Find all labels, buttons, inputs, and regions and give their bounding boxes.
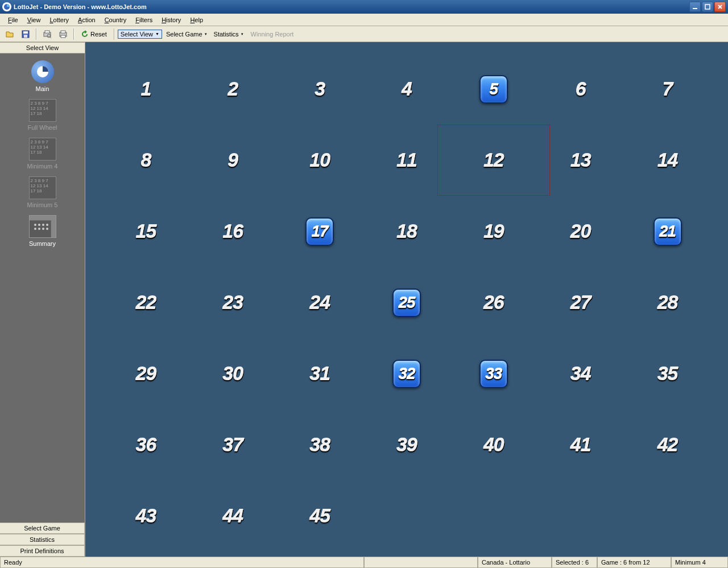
number-cell-21[interactable]: 21 <box>624 196 711 267</box>
save-button[interactable] <box>18 28 33 40</box>
number-label: 36 <box>136 434 156 456</box>
number-cell-40[interactable]: 40 <box>450 409 537 480</box>
sidebar-item-minimum_5[interactable]: 2 3 8 9 7 12 13 14 17 18Minimum 5 <box>0 174 85 211</box>
number-cell-13[interactable]: 13 <box>537 125 624 196</box>
select-game-dropdown[interactable]: Select Game▾ <box>163 30 210 39</box>
number-label: 11 <box>396 149 417 171</box>
menu-help[interactable]: Help <box>185 15 208 24</box>
print-button[interactable] <box>56 28 71 40</box>
number-cell-25[interactable]: 25 <box>363 267 450 338</box>
number-cell-29[interactable]: 29 <box>102 338 189 409</box>
status-game: Game : 6 from 12 <box>597 557 671 568</box>
number-cell-7[interactable]: 7 <box>624 53 711 125</box>
selected-number-box: 21 <box>653 217 682 246</box>
number-cell-44[interactable]: 44 <box>189 480 276 551</box>
number-label: 27 <box>570 291 591 314</box>
statistics-dropdown[interactable]: Statistics▾ <box>211 30 246 39</box>
sidebar-tab-print-definitions[interactable]: Print Definitions <box>0 545 85 557</box>
number-label: 33 <box>485 365 502 383</box>
number-label: 23 <box>222 291 243 314</box>
number-cell-28[interactable]: 28 <box>624 267 711 338</box>
number-cell-27[interactable]: 27 <box>537 267 624 338</box>
sidebar-tab-select-game[interactable]: Select Game <box>0 522 85 534</box>
number-cell-4[interactable]: 4 <box>363 53 450 125</box>
number-cell-42[interactable]: 42 <box>624 409 711 480</box>
number-label: 17 <box>312 223 328 241</box>
number-label: 4 <box>402 78 412 100</box>
number-cell-16[interactable]: 16 <box>189 196 276 267</box>
open-button[interactable] <box>2 28 17 40</box>
number-cell-3[interactable]: 3 <box>276 53 363 125</box>
number-cell-1[interactable]: 1 <box>102 53 189 125</box>
number-cell-24[interactable]: 24 <box>276 267 363 338</box>
selected-number-box: 32 <box>392 360 421 388</box>
number-cell-32[interactable]: 32 <box>363 338 450 409</box>
number-label: 19 <box>483 220 504 242</box>
number-label: 7 <box>663 78 673 100</box>
number-cell-22[interactable]: 22 <box>102 267 189 338</box>
number-cell-34[interactable]: 34 <box>537 338 624 409</box>
sidebar-item-summary[interactable]: Summary <box>0 213 85 249</box>
menu-filters[interactable]: Filters <box>131 15 157 24</box>
number-label: 8 <box>140 149 151 171</box>
summary-icon <box>29 215 56 238</box>
sidebar-item-label: Minimum 5 <box>27 201 58 208</box>
number-cell-6[interactable]: 6 <box>537 53 624 125</box>
svg-rect-11 <box>61 35 65 38</box>
sidebar-item-label: Full Wheel <box>28 124 57 131</box>
number-cell-43[interactable]: 43 <box>102 480 189 551</box>
number-cell-15[interactable]: 15 <box>102 196 189 267</box>
close-button[interactable] <box>714 2 726 12</box>
sidebar-tab-statistics[interactable]: Statistics <box>0 534 85 545</box>
number-cell-26[interactable]: 26 <box>450 267 537 338</box>
number-cell-41[interactable]: 41 <box>537 409 624 480</box>
number-cell-11[interactable]: 11 <box>363 125 450 196</box>
number-cell-20[interactable]: 20 <box>537 196 624 267</box>
number-cell-5[interactable]: 5 <box>450 53 537 125</box>
number-cell-23[interactable]: 23 <box>189 267 276 338</box>
selected-number-box: 33 <box>479 360 508 388</box>
number-cell-18[interactable]: 18 <box>363 196 450 267</box>
number-cell-12[interactable]: 12 <box>450 125 537 196</box>
number-label: 31 <box>309 363 330 385</box>
maximize-button[interactable] <box>702 2 713 12</box>
number-cell-14[interactable]: 14 <box>624 125 711 196</box>
minimize-button[interactable] <box>689 2 701 12</box>
number-cell-2[interactable]: 2 <box>189 53 276 125</box>
menu-file[interactable]: File <box>3 15 23 24</box>
number-cell-39[interactable]: 39 <box>363 409 450 480</box>
number-cell-19[interactable]: 19 <box>450 196 537 267</box>
menu-country[interactable]: Country <box>100 15 131 24</box>
number-cell-35[interactable]: 35 <box>624 338 711 409</box>
number-cell-31[interactable]: 31 <box>276 338 363 409</box>
menu-history[interactable]: History <box>157 15 185 24</box>
number-cell-33[interactable]: 33 <box>450 338 537 409</box>
reset-button[interactable]: Reset <box>77 28 111 40</box>
number-label: 45 <box>309 505 330 527</box>
number-cell-8[interactable]: 8 <box>102 125 189 196</box>
number-label: 34 <box>570 363 591 385</box>
number-cell-10[interactable]: 10 <box>276 125 363 196</box>
number-label: 5 <box>490 80 498 98</box>
sidebar-item-minimum_4[interactable]: 2 3 8 9 7 12 13 14 17 18Minimum 4 <box>0 135 85 172</box>
sidebar-item-label: Main <box>36 85 49 92</box>
select-view-dropdown[interactable]: Select View▼ <box>118 30 162 39</box>
menu-view[interactable]: View <box>23 15 46 24</box>
statusbar: Ready Canada - Lottario Selected : 6 Gam… <box>0 557 728 568</box>
number-cell-30[interactable]: 30 <box>189 338 276 409</box>
status-selected: Selected : 6 <box>552 557 597 568</box>
menubar: File View Lottery Action Country Filters… <box>0 14 728 26</box>
sidebar-item-main[interactable]: Main <box>0 58 85 94</box>
number-cell-38[interactable]: 38 <box>276 409 363 480</box>
number-cell-36[interactable]: 36 <box>102 409 189 480</box>
number-cell-37[interactable]: 37 <box>189 409 276 480</box>
menu-lottery[interactable]: Lottery <box>45 15 73 24</box>
number-label: 25 <box>398 294 415 312</box>
sidebar-item-full_wheel[interactable]: 2 3 8 9 7 12 13 14 17 18Full Wheel <box>0 97 85 133</box>
number-cell-17[interactable]: 17 <box>276 196 363 267</box>
winning-report-button: Winning Report <box>247 30 297 39</box>
number-cell-45[interactable]: 45 <box>276 480 363 551</box>
number-cell-9[interactable]: 9 <box>189 125 276 196</box>
print-preview-button[interactable] <box>40 28 55 40</box>
menu-action[interactable]: Action <box>73 15 100 24</box>
